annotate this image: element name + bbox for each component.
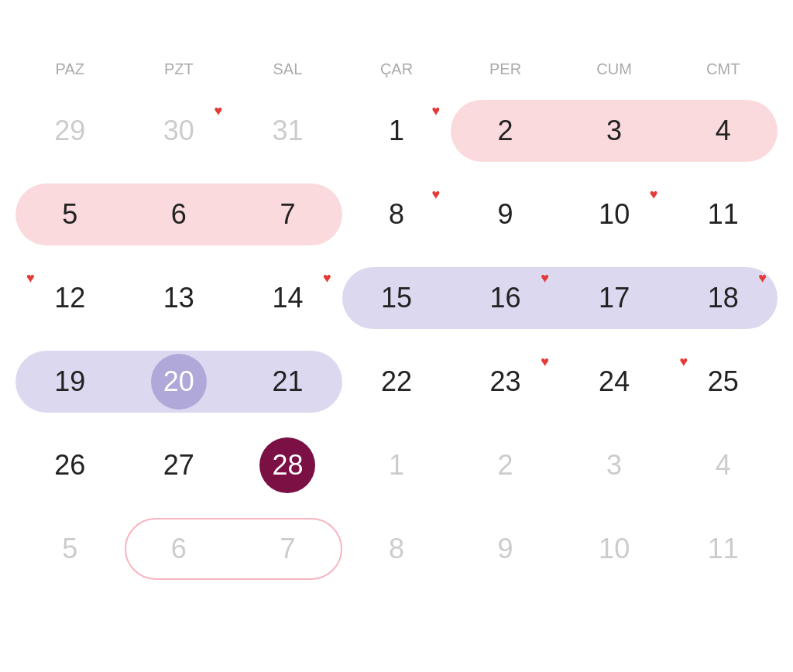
day-header-cmt: CMT: [668, 54, 778, 84]
day-number: 26: [54, 451, 85, 479]
day-cell-w2-d3[interactable]: 15: [342, 259, 451, 337]
day-cell-w2-d5[interactable]: 17: [560, 259, 669, 337]
day-cell-w2-d0[interactable]: 12♥: [15, 259, 125, 337]
day-cell-w0-d2[interactable]: 31: [233, 92, 342, 170]
day-cell-w3-d4[interactable]: 23♥: [451, 343, 560, 420]
day-number: 4: [716, 117, 731, 145]
day-cell-w1-d6[interactable]: 11: [668, 176, 778, 253]
day-cell-w4-d0[interactable]: 26: [15, 427, 125, 504]
heart-icon: ♥: [541, 270, 549, 286]
day-cell-w1-d4[interactable]: 9: [451, 176, 560, 253]
week-row-0: 2930♥311♥234: [15, 92, 778, 170]
day-cell-w1-d0[interactable]: 5: [15, 176, 125, 253]
day-number: 9: [498, 201, 513, 228]
day-number: 18: [708, 284, 739, 312]
day-cell-w5-d4[interactable]: 9: [451, 510, 560, 588]
day-cell-w3-d2[interactable]: 21: [233, 343, 342, 420]
day-cell-w4-d6[interactable]: 4: [668, 427, 778, 504]
week-row-inner-1: 5678♥910♥11: [15, 176, 778, 253]
day-number: 7: [280, 535, 295, 563]
week-row-4: 2627281234: [15, 427, 778, 504]
day-cell-w2-d1[interactable]: 13: [125, 259, 234, 337]
day-cell-w0-d0[interactable]: 29: [15, 92, 125, 170]
day-number: 27: [163, 451, 194, 479]
day-number: 28: [272, 451, 303, 479]
heart-icon: ♥: [214, 103, 222, 119]
day-number: 24: [599, 368, 630, 396]
day-number: 10: [599, 201, 630, 228]
day-header-paz: PAZ: [15, 54, 125, 84]
day-number: 13: [163, 284, 194, 312]
week-row-2: 12♥1314♥1516♥1718♥: [15, 259, 778, 337]
day-cell-w4-d5[interactable]: 3: [560, 427, 669, 504]
day-number: 15: [381, 284, 412, 312]
day-number: 31: [272, 117, 303, 145]
day-cell-w3-d3[interactable]: 22: [342, 343, 451, 420]
day-number: 20: [163, 368, 194, 396]
day-cell-w5-d2[interactable]: 7: [233, 510, 342, 588]
day-number: 14: [272, 284, 303, 312]
day-cell-w1-d1[interactable]: 6: [125, 176, 234, 253]
week-row-inner-3: 1920212223♥2425♥: [15, 343, 778, 420]
week-row-5: 567891011: [15, 510, 778, 588]
day-cell-w2-d2[interactable]: 14♥: [233, 259, 342, 337]
day-cell-w0-d1[interactable]: 30♥: [125, 92, 234, 170]
day-number: 8: [389, 535, 404, 563]
week-row-inner-0: 2930♥311♥234: [15, 92, 778, 170]
day-header-cum: CUM: [560, 54, 669, 84]
day-number: 5: [62, 201, 77, 228]
day-cell-w3-d0[interactable]: 19: [15, 343, 125, 420]
heart-icon: ♥: [323, 270, 331, 286]
heart-icon: ♥: [432, 187, 441, 203]
day-cell-w0-d3[interactable]: 1♥: [342, 92, 451, 170]
day-cell-w5-d3[interactable]: 8: [342, 510, 451, 588]
day-cell-w0-d5[interactable]: 3: [560, 92, 669, 170]
heart-icon: ♥: [758, 270, 767, 286]
day-number: 2: [498, 117, 513, 145]
day-number: 5: [62, 535, 77, 563]
heart-icon: ♥: [541, 354, 549, 370]
day-header-pzt: PZT: [125, 54, 234, 84]
day-cell-w5-d6[interactable]: 11: [668, 510, 778, 588]
day-number: 9: [498, 535, 513, 563]
day-number: 1: [389, 451, 404, 479]
day-number: 22: [381, 368, 412, 396]
day-number: 4: [716, 451, 731, 479]
day-cell-w1-d2[interactable]: 7: [233, 176, 342, 253]
day-cell-w1-d5[interactable]: 10♥: [560, 176, 669, 253]
day-cell-w5-d1[interactable]: 6: [125, 510, 234, 588]
day-number: 19: [54, 368, 85, 396]
heart-icon: ♥: [650, 187, 658, 203]
heart-icon: ♥: [679, 354, 688, 370]
day-cell-w5-d5[interactable]: 10: [560, 510, 669, 588]
weeks-container: 2930♥311♥2345678♥910♥1112♥1314♥1516♥1718…: [15, 92, 778, 594]
day-cell-w1-d3[interactable]: 8♥: [342, 176, 451, 253]
day-cell-w4-d4[interactable]: 2: [451, 427, 560, 504]
day-number: 6: [171, 535, 187, 563]
selected-circle: 20: [151, 354, 207, 410]
week-row-inner-5: 567891011: [15, 510, 778, 588]
day-cell-w4-d1[interactable]: 27: [125, 427, 234, 504]
day-number: 30: [163, 117, 194, 145]
day-cell-w4-d2[interactable]: 28: [233, 427, 342, 504]
day-cell-w3-d6[interactable]: 25♥: [668, 343, 778, 420]
day-number: 29: [54, 117, 85, 145]
day-cell-w4-d3[interactable]: 1: [342, 427, 451, 504]
day-cell-w2-d6[interactable]: 18♥: [668, 259, 778, 337]
day-number: 3: [606, 451, 622, 479]
day-cell-w3-d1[interactable]: 20: [125, 343, 234, 420]
day-number: 8: [389, 201, 404, 228]
calendar-grid: PAZPZTSALÇARPERCUMCMT 2930♥311♥2345678♥9…: [15, 54, 778, 594]
day-cell-w5-d0[interactable]: 5: [15, 510, 125, 588]
day-cell-w2-d4[interactable]: 16♥: [451, 259, 560, 337]
day-cell-w3-d5[interactable]: 24: [560, 343, 669, 420]
week-row-1: 5678♥910♥11: [15, 176, 778, 253]
day-cell-w0-d4[interactable]: 2: [451, 92, 560, 170]
day-number: 25: [708, 368, 739, 396]
day-number: 7: [280, 201, 295, 228]
week-row-inner-4: 2627281234: [15, 427, 778, 504]
week-row-inner-2: 12♥1314♥1516♥1718♥: [15, 259, 778, 337]
day-number: 11: [708, 535, 739, 563]
day-number: 12: [54, 284, 85, 312]
day-cell-w0-d6[interactable]: 4: [668, 92, 778, 170]
